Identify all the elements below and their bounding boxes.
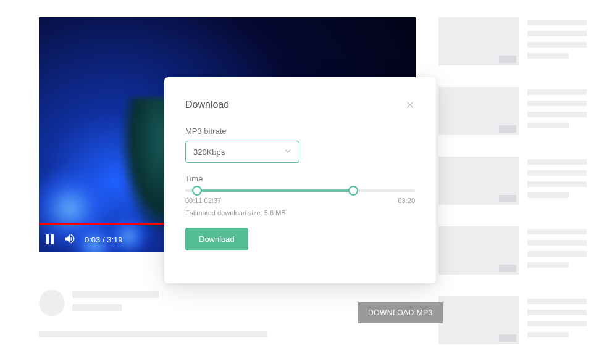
modal-title: Download (185, 99, 229, 110)
time-range-selected: 00:11 02:37 (185, 197, 221, 204)
video-thumbnail (438, 296, 519, 344)
modal-header: Download (185, 99, 415, 110)
related-videos-sidebar (438, 17, 587, 344)
time-range-labels: 00:11 02:37 03:20 (185, 197, 415, 204)
duration-badge (499, 334, 516, 342)
close-icon[interactable] (405, 100, 415, 110)
estimated-size: Estimated download size: 5.6 MB (185, 209, 415, 217)
video-thumbnail (438, 17, 519, 65)
volume-icon[interactable] (64, 233, 76, 247)
time-label: Time (185, 174, 415, 183)
video-meta-skeleton (527, 87, 587, 135)
video-meta-skeleton (527, 296, 587, 344)
list-item[interactable] (438, 226, 587, 275)
list-item[interactable] (438, 17, 587, 65)
video-thumbnail (438, 157, 519, 205)
bitrate-select[interactable]: 320Kbps (185, 141, 300, 163)
video-thumbnail (438, 226, 519, 275)
download-button[interactable]: Download (185, 228, 248, 250)
slider-handle-start[interactable] (192, 186, 202, 196)
pause-icon[interactable] (46, 234, 55, 244)
download-modal: Download MP3 bitrate 320Kbps Time 00:11 … (164, 77, 436, 283)
video-meta-skeleton (527, 157, 587, 205)
avatar[interactable] (39, 290, 65, 316)
chevron-down-icon (284, 147, 291, 157)
duration-badge (499, 195, 516, 202)
video-time-display: 0:03 / 3:19 (85, 235, 122, 244)
video-meta-skeleton (527, 226, 587, 275)
download-mp3-button[interactable]: DOWNLOAD MP3 (358, 302, 443, 323)
time-range-total: 03:20 (398, 197, 415, 204)
bitrate-value: 320Kbps (193, 147, 225, 157)
channel-meta-skeleton (72, 290, 159, 311)
description-skeleton (39, 331, 267, 337)
time-range-slider[interactable] (185, 189, 415, 192)
list-item[interactable] (438, 157, 587, 205)
bitrate-label: MP3 bitrate (185, 126, 415, 136)
duration-badge (499, 56, 516, 63)
duration-badge (499, 265, 516, 272)
slider-fill (197, 189, 353, 192)
list-item[interactable] (438, 87, 587, 135)
slider-handle-end[interactable] (348, 186, 358, 196)
duration-badge (499, 125, 516, 133)
video-meta-skeleton (527, 17, 587, 65)
video-thumbnail (438, 87, 519, 135)
list-item[interactable] (438, 296, 587, 344)
